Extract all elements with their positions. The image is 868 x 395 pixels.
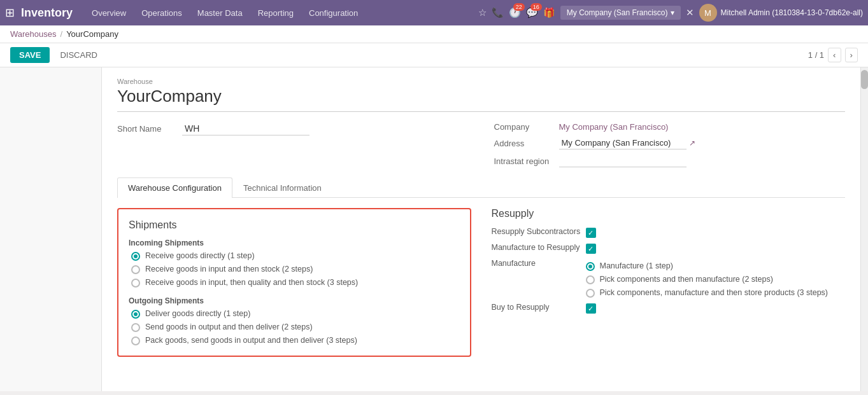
outgoing-option-1-label: Send goods in output and then deliver (2… <box>145 322 313 331</box>
manufacture-option-2[interactable]: Pick components, manufacture and then st… <box>586 288 829 298</box>
user-avatar: M <box>699 4 717 22</box>
manufacture-radio-0[interactable] <box>586 262 595 271</box>
discard-button[interactable]: DISCARD <box>55 47 103 63</box>
buy-resupply-row: Buy to Resupply ✓ <box>492 303 846 314</box>
right-fields: Company My Company (San Francisco) Addre… <box>494 122 846 167</box>
grid-icon[interactable]: ⊞ <box>5 6 15 20</box>
manufacture-radio-2[interactable] <box>586 289 595 298</box>
manufacture-radio-1[interactable] <box>586 275 595 284</box>
close-icon[interactable]: ✕ <box>686 7 694 18</box>
breadcrumb-separator: / <box>60 29 63 39</box>
chat-icon[interactable]: 💬 16 <box>526 7 538 18</box>
manufacture-option-0[interactable]: Manufacture (1 step) <box>586 261 829 271</box>
nav-configuration[interactable]: Configuration <box>302 6 364 20</box>
form-fields-row: Short Name Company My Company (San Franc… <box>117 122 845 167</box>
manufacture-options: Manufacture (1 step) Pick components and… <box>586 261 829 298</box>
incoming-radio-1[interactable] <box>131 265 140 274</box>
shipments-section: Shipments Incoming Shipments Receive goo… <box>117 208 471 367</box>
tab-content: Shipments Incoming Shipments Receive goo… <box>117 208 845 367</box>
company-value[interactable]: My Company (San Francisco) <box>559 122 669 132</box>
manufacture-option-1[interactable]: Pick components and then manufacture (2 … <box>586 275 829 284</box>
star-icon[interactable]: ☆ <box>478 7 487 18</box>
outgoing-option-1[interactable]: Send goods in output and then deliver (2… <box>131 322 460 332</box>
incoming-label: Incoming Shipments <box>129 239 460 247</box>
outgoing-radio-group: Deliver goods directly (1 step) Send goo… <box>131 309 460 345</box>
manufacture-resupply-checkbox[interactable]: ✓ <box>586 244 596 254</box>
nav-overview[interactable]: Overview <box>85 6 132 20</box>
buy-resupply-label: Buy to Resupply <box>492 303 581 312</box>
manufacture-resupply-row: Manufacture to Resupply ✓ <box>492 243 846 254</box>
tab-bar: Warehouse Configuration Technical Inform… <box>117 177 845 198</box>
clock-badge: 22 <box>513 3 525 11</box>
incoming-radio-2[interactable] <box>131 279 140 288</box>
short-name-label: Short Name <box>117 124 174 134</box>
incoming-option-2-label: Receive goods in input, then quality and… <box>145 278 358 287</box>
content-area: Warehouse YourCompany Short Name Company… <box>102 67 860 391</box>
form-title: YourCompany <box>117 87 845 112</box>
manufacture-row: Manufacture Manufacture (1 step) Pick co… <box>492 259 846 298</box>
shipments-box: Shipments Incoming Shipments Receive goo… <box>117 208 471 357</box>
chat-badge: 16 <box>530 3 542 11</box>
incoming-option-0[interactable]: Receive goods directly (1 step) <box>131 251 460 261</box>
incoming-radio-group: Receive goods directly (1 step) Receive … <box>131 251 460 288</box>
incoming-radio-0[interactable] <box>131 252 140 261</box>
manufacture-option-2-label: Pick components, manufacture and then st… <box>600 288 829 297</box>
resupply-section: Resupply Resupply Subcontractors ✓ Manuf… <box>492 208 846 367</box>
resupply-subcontractors-label: Resupply Subcontractors <box>492 227 581 236</box>
incoming-option-2[interactable]: Receive goods in input, then quality and… <box>131 278 460 288</box>
outgoing-radio-1[interactable] <box>131 323 140 332</box>
pagination: 1 / 1 ‹ › <box>808 48 858 62</box>
nav-reporting[interactable]: Reporting <box>252 6 300 20</box>
address-select[interactable]: My Company (San Francisco) <box>559 137 687 149</box>
user-name: Mitchell Admin (1810384-13-0-7db62e-all) <box>721 8 863 17</box>
outgoing-option-0[interactable]: Deliver goods directly (1 step) <box>131 309 460 319</box>
scrollbar[interactable] <box>860 67 868 391</box>
company-dropdown-icon: ▾ <box>671 8 674 17</box>
breadcrumb: Warehouses / YourCompany <box>0 25 868 43</box>
outgoing-radio-0[interactable] <box>131 310 140 319</box>
address-label: Address <box>494 139 551 148</box>
nav-master-data[interactable]: Master Data <box>191 6 249 20</box>
outgoing-label: Outgoing Shipments <box>129 296 460 305</box>
breadcrumb-parent[interactable]: Warehouses <box>10 29 57 39</box>
breadcrumb-current: YourCompany <box>66 29 118 39</box>
app-brand: Inventory <box>21 6 73 20</box>
nav-links: Overview Operations Master Data Reportin… <box>85 6 476 20</box>
company-selector[interactable]: My Company (San Francisco) ▾ <box>560 6 681 20</box>
outgoing-option-0-label: Deliver goods directly (1 step) <box>145 309 250 318</box>
buy-resupply-checkbox[interactable]: ✓ <box>586 303 596 314</box>
tab-warehouse-config[interactable]: Warehouse Configuration <box>117 177 232 198</box>
prev-button[interactable]: ‹ <box>828 48 841 62</box>
incoming-option-0-label: Receive goods directly (1 step) <box>145 251 255 260</box>
company-label: Company <box>494 122 551 132</box>
external-link-icon[interactable]: ↗ <box>689 139 695 148</box>
incoming-option-1-label: Receive goods in input and then stock (2… <box>145 265 313 274</box>
save-button[interactable]: SAVE <box>10 47 50 63</box>
action-bar: SAVE DISCARD 1 / 1 ‹ › <box>0 43 868 67</box>
gift-icon[interactable]: 🎁 <box>543 7 555 18</box>
phone-icon[interactable]: 📞 <box>492 7 504 18</box>
top-navigation: ⊞ Inventory Overview Operations Master D… <box>0 0 868 25</box>
incoming-option-1[interactable]: Receive goods in input and then stock (2… <box>131 265 460 274</box>
pagination-text: 1 / 1 <box>808 50 824 60</box>
tab-technical-info[interactable]: Technical Information <box>232 177 332 198</box>
manufacture-resupply-label: Manufacture to Resupply <box>492 243 581 252</box>
clock-icon[interactable]: 🕐 22 <box>509 7 521 18</box>
intrastat-label: Intrastat region <box>494 156 551 166</box>
outgoing-radio-2[interactable] <box>131 336 140 345</box>
outgoing-option-2[interactable]: Pack goods, send goods in output and the… <box>131 336 460 345</box>
short-name-input[interactable] <box>182 122 309 135</box>
manufacture-option-0-label: Manufacture (1 step) <box>600 261 673 270</box>
main-content: Warehouse YourCompany Short Name Company… <box>0 67 868 391</box>
user-menu[interactable]: M Mitchell Admin (1810384-13-0-7db62e-al… <box>699 4 863 22</box>
left-sidebar <box>0 67 102 391</box>
intrastat-select[interactable] <box>559 155 687 167</box>
nav-operations[interactable]: Operations <box>135 6 189 20</box>
resupply-subcontractors-checkbox[interactable]: ✓ <box>586 228 596 238</box>
outgoing-option-2-label: Pack goods, send goods in output and the… <box>145 336 357 345</box>
shipments-title: Shipments <box>129 219 460 231</box>
address-field: My Company (San Francisco) ↗ <box>559 137 695 149</box>
next-button[interactable]: › <box>845 48 858 62</box>
manufacture-label: Manufacture <box>492 259 581 268</box>
manufacture-option-1-label: Pick components and then manufacture (2 … <box>600 275 773 284</box>
